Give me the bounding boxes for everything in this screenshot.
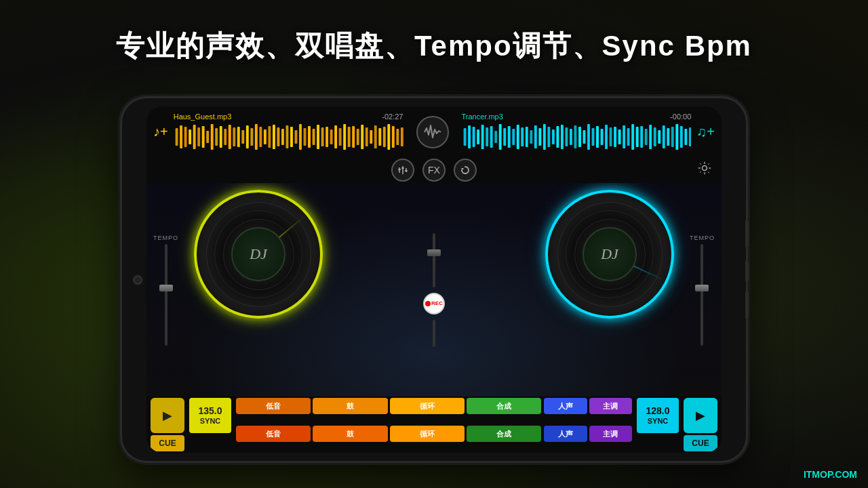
monitor-button[interactable] [416, 116, 449, 148]
right-slider-thumb[interactable] [695, 285, 709, 291]
svg-rect-70 [542, 124, 545, 150]
left-track-header: Haus_Guest.mp3 -02:27 [174, 113, 403, 121]
left-bass-btn-1[interactable]: 低音 [236, 398, 311, 414]
left-play-bpm: ▶ CUE [151, 398, 184, 451]
left-drum-btn-1[interactable]: 鼓 [313, 398, 387, 414]
svg-rect-19 [259, 127, 262, 147]
svg-rect-60 [498, 124, 501, 150]
svg-rect-102 [684, 129, 687, 145]
left-waveform-visual [174, 123, 403, 151]
gear-icon [697, 161, 712, 176]
left-slider-thumb[interactable] [159, 285, 173, 291]
eq-button[interactable] [391, 159, 414, 182]
left-track-info: Haus_Guest.mp3 -02:27 [174, 113, 403, 151]
right-tempo-label: TEMPO [690, 235, 715, 241]
left-sync-label: SYNC [200, 417, 221, 426]
right-key-btn-1[interactable]: 主调 [589, 398, 633, 414]
center-fader-area: REC [423, 183, 445, 396]
crossfader-top[interactable] [433, 233, 435, 287]
center-monitor[interactable] [409, 116, 456, 148]
svg-rect-76 [569, 129, 572, 145]
svg-rect-97 [662, 125, 665, 148]
right-play-button[interactable]: ▶ [684, 398, 717, 433]
svg-rect-73 [556, 126, 559, 148]
left-dj-text: DJ [250, 245, 267, 263]
svg-rect-23 [277, 127, 279, 146]
left-bass-btn-2[interactable]: 低音 [236, 426, 311, 442]
left-loop-btn-2[interactable]: 循环 [390, 426, 465, 442]
left-synth-btn-2[interactable]: 合成 [467, 426, 541, 442]
volume-up-button[interactable] [745, 261, 749, 281]
left-cue-button[interactable]: CUE [151, 435, 184, 451]
left-tempo-slider[interactable]: TEMPO [153, 183, 178, 396]
right-key-btn-2[interactable]: 主调 [589, 426, 633, 442]
svg-rect-13 [233, 127, 235, 146]
right-slider-track[interactable] [701, 244, 703, 346]
svg-rect-15 [241, 130, 244, 144]
loop-button[interactable] [454, 159, 477, 182]
crossfader-bottom[interactable] [433, 320, 435, 347]
right-pad-grid: 人声 主调 人声 主调 [544, 398, 632, 451]
left-play-button[interactable]: ▶ [151, 398, 184, 433]
fx-button[interactable]: FX [422, 159, 446, 182]
right-bpm-box: 128.0 SYNC [637, 398, 679, 433]
left-slider-track[interactable] [165, 244, 167, 346]
svg-rect-17 [250, 128, 253, 146]
right-turntable[interactable]: DJ [545, 190, 674, 319]
svg-rect-14 [237, 127, 240, 147]
watermark: ITMOP.COM [804, 469, 857, 480]
power-button[interactable] [745, 220, 749, 247]
svg-rect-79 [583, 130, 585, 144]
svg-rect-98 [667, 128, 669, 146]
svg-rect-46 [378, 128, 381, 146]
right-play-icon: ▶ [696, 408, 705, 423]
right-vocal-btn-2[interactable]: 人声 [544, 426, 587, 442]
left-loop-btn-1[interactable]: 循环 [390, 398, 465, 414]
svg-rect-99 [671, 127, 673, 147]
svg-rect-65 [521, 127, 524, 146]
right-vocal-btn-1[interactable]: 人声 [544, 398, 587, 414]
left-vinyl[interactable]: DJ [194, 190, 323, 319]
right-cue-button[interactable]: CUE [684, 435, 717, 451]
svg-rect-26 [290, 127, 293, 147]
svg-rect-62 [507, 126, 510, 148]
right-track-header: Trancer.mp3 -00:00 [462, 113, 692, 121]
right-tempo-slider[interactable]: TEMPO [690, 183, 715, 396]
svg-rect-96 [658, 130, 660, 144]
svg-rect-82 [596, 126, 599, 148]
svg-rect-9 [215, 128, 218, 146]
svg-rect-7 [206, 131, 209, 143]
svg-rect-44 [370, 130, 372, 144]
svg-rect-30 [308, 126, 311, 148]
svg-rect-45 [374, 125, 376, 148]
left-turntable[interactable]: DJ [194, 190, 323, 319]
left-synth-btn-1[interactable]: 合成 [467, 398, 541, 414]
svg-rect-37 [338, 128, 341, 146]
right-vinyl[interactable]: DJ [545, 190, 674, 319]
svg-rect-92 [640, 126, 643, 148]
svg-rect-6 [201, 126, 204, 148]
music-icon-left[interactable]: ♪+ [153, 124, 168, 140]
volume-down-button[interactable] [745, 291, 749, 319]
crossfader-thumb[interactable] [427, 249, 441, 256]
svg-rect-95 [653, 127, 656, 146]
left-pad-grid: 低音 鼓 循环 合成 低音 鼓 循环 合成 [236, 398, 541, 451]
right-play-cue: ▶ CUE [684, 398, 717, 451]
svg-rect-101 [679, 126, 682, 148]
settings-button[interactable] [697, 161, 712, 180]
svg-rect-25 [285, 125, 288, 148]
svg-rect-41 [356, 129, 359, 145]
svg-rect-21 [268, 126, 271, 148]
left-drum-btn-2[interactable]: 鼓 [313, 426, 387, 442]
loop-icon [460, 165, 471, 176]
svg-rect-28 [299, 124, 302, 150]
svg-rect-75 [565, 127, 568, 146]
svg-rect-54 [472, 127, 475, 147]
controls-center: FX [391, 159, 477, 182]
music-icon-right[interactable]: ♫+ [696, 124, 715, 140]
rec-button[interactable]: REC [423, 293, 445, 314]
svg-rect-89 [627, 128, 629, 146]
svg-rect-42 [361, 125, 363, 149]
right-waveform-visual [462, 123, 692, 151]
svg-rect-55 [477, 129, 479, 144]
